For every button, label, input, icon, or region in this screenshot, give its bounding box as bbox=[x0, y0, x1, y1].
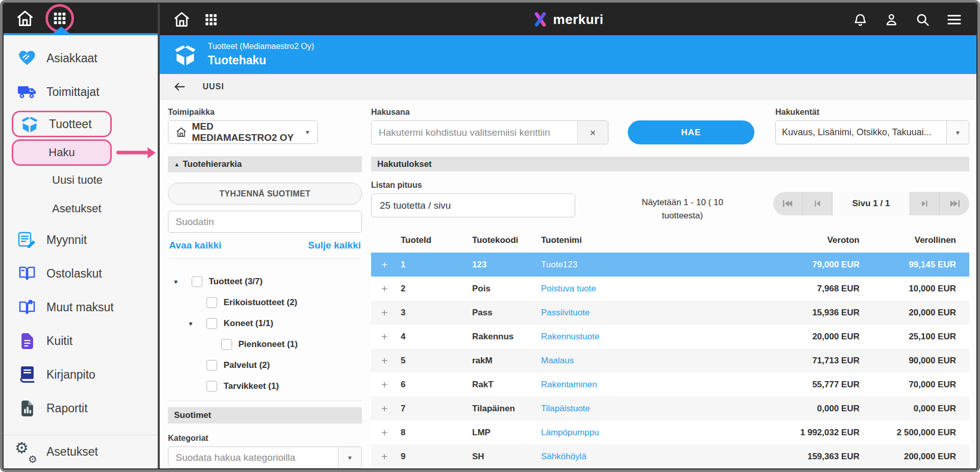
toimipaikka-select[interactable]: MED MEDIAMAESTRO2 OY ▼ bbox=[168, 120, 318, 144]
table-row[interactable]: + 2 Pois Poistuva tuote 7,968 EUR 10,000… bbox=[371, 277, 969, 301]
home-icon[interactable] bbox=[173, 11, 190, 28]
product-link[interactable]: Maalaus bbox=[541, 356, 752, 366]
table-row[interactable]: + 9 SH Sähköhöylä 159,363 EUR 200,000 EU… bbox=[371, 444, 969, 468]
suotimet-header[interactable]: Suotimet bbox=[168, 407, 362, 424]
uusi-button[interactable]: UUSI bbox=[203, 82, 224, 91]
product-link[interactable]: Tuote123 bbox=[541, 260, 752, 270]
product-link[interactable]: Passiivituote bbox=[541, 308, 752, 318]
product-link[interactable]: Poistuva tuote bbox=[541, 284, 752, 294]
table-row[interactable]: + 7 Tilapäinen Tilapäistuote 0,000 EUR 0… bbox=[371, 396, 969, 420]
column-header-tuotekoodi[interactable]: Tuotekoodi bbox=[472, 235, 541, 245]
expand-row-icon[interactable]: + bbox=[371, 307, 401, 319]
column-header-verollinen[interactable]: Verollinen bbox=[860, 235, 969, 245]
checkbox[interactable] bbox=[191, 276, 203, 287]
apps-grid-icon[interactable] bbox=[204, 12, 218, 27]
sidebar-item-asiakkaat[interactable]: Asiakkaat bbox=[4, 43, 158, 73]
expand-row-icon[interactable]: + bbox=[371, 379, 401, 391]
expand-row-icon[interactable]: + bbox=[371, 283, 401, 295]
tree-node-tarvikkeet[interactable]: Tarvikkeet (1) bbox=[168, 376, 362, 396]
home-icon[interactable] bbox=[16, 9, 34, 28]
search-term-input[interactable] bbox=[372, 121, 577, 144]
column-header-tuoteid[interactable]: TuoteId bbox=[401, 235, 472, 245]
tree-node-pienkoneet[interactable]: Pienkoneet (1) bbox=[168, 334, 362, 355]
sidebar-item-tuotteet[interactable]: Tuotteet bbox=[12, 111, 112, 137]
sidebar-item-kirjanpito[interactable]: Kirjanpito bbox=[4, 360, 158, 389]
close-all-link[interactable]: Sulje kaikki bbox=[308, 240, 361, 251]
breadcrumb: Tuotteet (Mediamaestro2 Oy) bbox=[208, 42, 314, 51]
sidebar-item-haku-active[interactable]: Haku bbox=[12, 139, 112, 166]
page-size-input[interactable] bbox=[371, 193, 575, 217]
sidebar-item-myynnit[interactable]: Myynnit bbox=[4, 225, 158, 255]
back-arrow-icon[interactable] bbox=[173, 80, 186, 93]
product-link[interactable]: Lämpöpumppu bbox=[541, 428, 752, 438]
sidebar-item-ostolaskut[interactable]: Ostolaskut bbox=[4, 259, 158, 288]
last-page-button[interactable] bbox=[940, 192, 969, 215]
tree-node-koneet[interactable]: ▾ Koneet (1/1) bbox=[168, 313, 362, 334]
next-page-button[interactable] bbox=[910, 192, 940, 215]
prev-page-button[interactable] bbox=[803, 192, 832, 215]
clear-search-icon[interactable]: × bbox=[577, 121, 608, 144]
first-page-button[interactable] bbox=[773, 192, 803, 215]
tuotehierarkia-header[interactable]: ▲ Tuotehierarkia bbox=[168, 156, 362, 172]
expand-caret-icon[interactable]: ▾ bbox=[189, 319, 206, 328]
expand-row-icon[interactable]: + bbox=[371, 403, 401, 415]
column-header-tuotenimi[interactable]: Tuotenimi bbox=[541, 235, 752, 245]
table-row[interactable]: + 3 Pass Passiivituote 15,936 EUR 20,000… bbox=[371, 301, 969, 325]
checkbox[interactable] bbox=[206, 318, 217, 329]
checkbox[interactable] bbox=[206, 297, 217, 308]
expand-row-icon[interactable]: + bbox=[371, 331, 401, 343]
sidebar-item-label: Ostolaskut bbox=[46, 267, 102, 281]
expand-row-icon[interactable]: + bbox=[371, 427, 401, 439]
kategoriat-select[interactable]: Suodata hakua kategorioilla ▼ bbox=[168, 446, 362, 468]
sidebar-item-label: Tuotteet bbox=[49, 117, 92, 131]
checkbox[interactable] bbox=[206, 360, 217, 371]
sidebar-item-asetukset[interactable]: ⚙ ⚙ Asetukset bbox=[4, 435, 158, 468]
table-row[interactable]: + 1 123 Tuote123 79,000 EUR 99,145 EUR bbox=[371, 253, 969, 277]
bell-icon[interactable] bbox=[853, 12, 868, 27]
table-row[interactable]: + 5 rakM Maalaus 71,713 EUR 90,000 EUR bbox=[371, 349, 969, 372]
open-all-link[interactable]: Avaa kaikki bbox=[169, 240, 222, 251]
sidebar-item-muut-maksut[interactable]: Muut maksut bbox=[4, 292, 158, 322]
annotation-arrow-icon bbox=[116, 151, 148, 155]
product-link[interactable]: Rakennustuote bbox=[541, 332, 752, 342]
checkbox[interactable] bbox=[221, 339, 232, 350]
brand-name: merkuri bbox=[553, 12, 604, 28]
hae-search-button[interactable]: HAE bbox=[628, 120, 754, 144]
sidebar-item-tuotteet-asetukset[interactable]: Asetukset bbox=[4, 196, 158, 221]
customers-handshake-icon bbox=[17, 50, 37, 66]
table-row[interactable]: + 6 RakT Rakentaminen 55,777 EUR 70,000 … bbox=[371, 372, 969, 396]
chevron-down-icon[interactable]: ▼ bbox=[946, 121, 969, 144]
expand-caret-icon[interactable]: ▾ bbox=[174, 278, 191, 286]
sidebar-item-uusi-tuote[interactable]: Uusi tuote bbox=[4, 168, 158, 192]
column-header-veroton[interactable]: Veroton bbox=[752, 235, 860, 245]
product-link[interactable]: Tilapäistuote bbox=[541, 404, 752, 414]
chevron-down-icon[interactable]: ▼ bbox=[338, 447, 361, 468]
tree-filter-input[interactable] bbox=[168, 211, 362, 233]
results-panel: Hakusana × HAE Hakukentät Kuvaus, Lisäni… bbox=[371, 108, 969, 468]
sidebar-item-label: Uusi tuote bbox=[52, 173, 103, 187]
expand-row-icon[interactable]: + bbox=[371, 259, 401, 271]
menu-icon[interactable] bbox=[946, 12, 962, 28]
product-link[interactable]: Rakentaminen bbox=[541, 380, 752, 390]
tree-node-erikoistuotteet[interactable]: Erikoistuotteet (2) bbox=[168, 292, 362, 313]
last-page-icon bbox=[949, 200, 960, 208]
table-row[interactable]: + 8 LMP Lämpöpumppu 1 992,032 EUR 2 500,… bbox=[371, 420, 969, 444]
expand-row-icon[interactable]: + bbox=[371, 355, 401, 367]
products-box-icon bbox=[173, 43, 198, 66]
hakukentat-select[interactable]: Kuvaus, Lisänimi, Otsikko, Takuuai... ▼ bbox=[775, 120, 969, 144]
clear-filters-button[interactable]: TYHJENNÄ SUOTIMET bbox=[168, 183, 362, 205]
search-icon[interactable] bbox=[915, 12, 930, 27]
user-icon[interactable] bbox=[884, 12, 899, 27]
expand-row-icon[interactable]: + bbox=[371, 451, 401, 463]
sidebar-item-raportit[interactable]: Raportit bbox=[4, 393, 158, 423]
apps-grid-icon[interactable] bbox=[52, 11, 67, 26]
sidebar-item-kuitit[interactable]: Kuitit bbox=[4, 326, 158, 356]
merkuri-logo-icon bbox=[533, 12, 548, 27]
tree-node-tuotteet[interactable]: ▾ Tuotteet (3/7) bbox=[168, 271, 362, 292]
tree-node-palvelut[interactable]: Palvelut (2) bbox=[168, 355, 362, 376]
sidebar-item-toimittajat[interactable]: Toimittajat bbox=[4, 77, 158, 107]
checkbox[interactable] bbox=[206, 381, 217, 392]
product-link[interactable]: Sähköhöylä bbox=[541, 452, 752, 462]
tree-node-label: Koneet (1/1) bbox=[224, 318, 273, 329]
table-row[interactable]: + 4 Rakennus Rakennustuote 20,000 EUR 25… bbox=[371, 325, 969, 349]
